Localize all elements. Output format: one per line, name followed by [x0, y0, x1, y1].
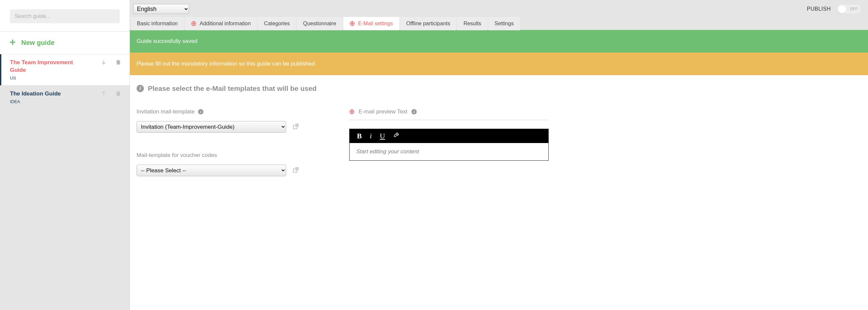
guide-item[interactable]: The Team Improvement Guide US: [0, 54, 130, 85]
tab-label: Categories: [264, 21, 290, 27]
publish-label: PUBLISH: [807, 6, 831, 12]
tab-basic-information[interactable]: Basic information: [131, 17, 184, 30]
svg-rect-9: [118, 91, 119, 92]
guide-code: US: [10, 76, 120, 81]
section-heading: i Please select the e-Mail templates tha…: [136, 84, 861, 92]
banner-success: Guide succesfully saved: [130, 30, 868, 53]
arrow-down-icon[interactable]: [101, 60, 106, 66]
external-link-icon[interactable]: [292, 166, 300, 175]
publish-toggle[interactable]: OFF: [837, 4, 861, 14]
section-heading-text: Please select the e-Mail templates that …: [148, 84, 317, 92]
sidebar: New guide The Team Improvement Guide US …: [0, 0, 130, 310]
voucher-template-label: Mail-template for voucher codes: [136, 152, 309, 159]
search-input[interactable]: [10, 9, 120, 23]
editor-body[interactable]: Start editing your content: [350, 143, 548, 160]
tab-offline-participants[interactable]: Offline participants: [400, 17, 457, 30]
svg-rect-8: [116, 92, 120, 92]
svg-rect-4: [116, 60, 120, 61]
italic-button[interactable]: i: [370, 132, 372, 140]
tab-label: Additional information: [200, 21, 251, 27]
svg-rect-1: [10, 42, 15, 43]
toggle-text: OFF: [850, 7, 858, 11]
tabs: Basic information Additional information…: [130, 17, 868, 30]
globe-icon: [350, 21, 355, 26]
tab-label: Basic information: [137, 21, 178, 27]
guide-title: The Team Improvement Guide: [10, 59, 86, 74]
rich-text-editor: B i U Start editing your content: [349, 129, 549, 161]
invitation-template-label: Invitation mail-template i: [136, 108, 309, 115]
language-select[interactable]: English: [133, 4, 189, 14]
guide-code: IDEA: [10, 99, 120, 104]
bold-button[interactable]: B: [357, 132, 362, 140]
trash-icon[interactable]: [116, 60, 121, 66]
svg-rect-5: [118, 60, 119, 60]
email-preview-label: E-mail preview Text i: [349, 108, 549, 120]
arrow-up-icon[interactable]: [101, 91, 106, 97]
topbar: English PUBLISH OFF: [130, 1, 868, 17]
info-icon: i: [198, 109, 204, 114]
eyedropper-button[interactable]: [393, 132, 400, 140]
svg-rect-3: [117, 61, 120, 64]
tab-results[interactable]: Results: [457, 17, 488, 30]
trash-icon[interactable]: [116, 91, 121, 97]
tab-questionnaire[interactable]: Questionnaire: [297, 17, 343, 30]
tab-label: Settings: [494, 21, 514, 27]
new-guide-label: New guide: [21, 39, 55, 47]
info-icon: i: [411, 109, 417, 114]
globe-icon: [191, 21, 196, 26]
banner-warning: Please fill out the mandatory informatio…: [130, 53, 868, 75]
external-link-icon[interactable]: [292, 123, 300, 131]
email-settings-content: i Please select the e-Mail templates tha…: [130, 75, 868, 310]
guide-item[interactable]: The Ideation Guide IDEA: [0, 85, 130, 109]
tab-categories[interactable]: Categories: [258, 17, 296, 30]
editor-toolbar: B i U: [350, 129, 548, 143]
svg-rect-7: [117, 92, 120, 96]
invitation-template-select[interactable]: Invitation (Team-Improvement-Guide): [136, 121, 286, 133]
info-icon: i: [136, 85, 144, 92]
tab-settings[interactable]: Settings: [488, 17, 520, 30]
tab-label: Results: [464, 21, 481, 27]
underline-button[interactable]: U: [380, 132, 385, 140]
plus-icon: [10, 39, 15, 47]
search-wrap: [10, 9, 120, 23]
new-guide-button[interactable]: New guide: [0, 32, 130, 54]
tab-additional-information[interactable]: Additional information: [185, 17, 257, 30]
globe-icon: [349, 109, 354, 114]
guide-title: The Ideation Guide: [10, 90, 86, 98]
guide-list: The Team Improvement Guide US The Ideati…: [0, 54, 130, 109]
main-area: English PUBLISH OFF Basic information Ad…: [130, 0, 868, 310]
tab-email-settings[interactable]: E-Mail settings: [343, 17, 399, 30]
tab-label: Questionnaire: [303, 21, 336, 27]
voucher-template-select[interactable]: -- Please Select --: [136, 165, 286, 176]
tab-label: E-Mail settings: [358, 21, 393, 27]
tab-label: Offline participants: [406, 21, 450, 27]
sidebar-search-area: [0, 0, 130, 32]
